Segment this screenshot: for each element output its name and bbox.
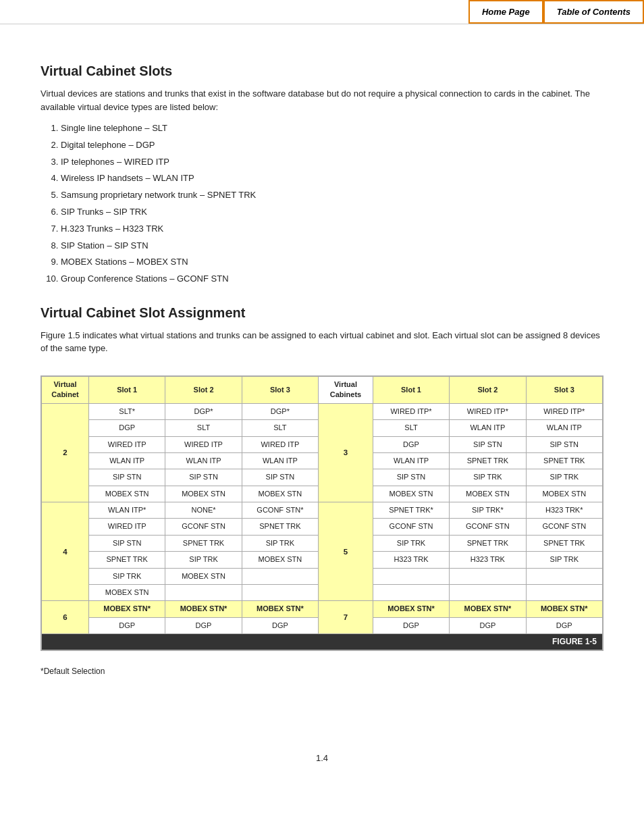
cell: WIRED ITP (165, 436, 242, 452)
cabinet-num-2: 2 (42, 403, 89, 502)
cell: GCONF STN (373, 519, 449, 535)
cell: WIRED ITP (242, 436, 318, 452)
section1-intro: Virtual devices are stations and trunks … (41, 87, 603, 113)
list-item: H.323 Trunks – H323 TRK (61, 222, 603, 236)
cell: SIP STN (450, 436, 526, 452)
cell: WLAN ITP (242, 452, 318, 469)
cell: SPNET TRK (89, 552, 165, 568)
section1-title: Virtual Cabinet Slots (41, 63, 603, 79)
table-row: 6 MOBEX STN* MOBEX STN* MOBEX STN* 7 MOB… (42, 601, 603, 617)
cell: SIP TRK (242, 535, 318, 551)
cell: SPNET TRK (526, 535, 602, 551)
figure-label: FIGURE 1-5 (42, 634, 603, 650)
footnote: *Default Selection (41, 665, 603, 677)
cell: DGP (373, 617, 449, 633)
cell: H323 TRK (373, 552, 449, 568)
cell: GCONF STN (450, 519, 526, 535)
cabinet-num-3: 3 (319, 403, 373, 502)
cell: SLT (373, 420, 449, 436)
cabinet-num-7: 7 (319, 601, 373, 634)
cell: MOBEX STN* (373, 601, 449, 617)
cell: WIRED ITP* (526, 403, 602, 419)
cell: SPNET TRK* (373, 502, 449, 519)
cell: H323 TRK (450, 552, 526, 568)
home-page-button[interactable]: Home Page (468, 0, 543, 24)
cell: MOBEX STN* (165, 601, 242, 617)
cell: GCONF STN* (242, 502, 318, 519)
cell: WLAN ITP (165, 452, 242, 469)
cabinet-num-4: 4 (42, 502, 89, 601)
cell: MOBEX STN* (242, 601, 318, 617)
page-header: Home Page Table of Contents (0, 0, 644, 24)
cell: SIP TRK (526, 552, 602, 568)
cell: WIRED ITP (89, 436, 165, 452)
list-item: IP telephones – WIRED ITP (61, 155, 603, 170)
cabinet-num-6: 6 (42, 601, 89, 634)
cell: MOBEX STN (242, 552, 318, 568)
cell: SIP STN (373, 469, 449, 486)
cell: DGP (165, 617, 242, 633)
cell: DGP (450, 617, 526, 633)
list-item: Wireless IP handsets – WLAN ITP (61, 172, 603, 186)
cell (526, 585, 602, 601)
list-item: Samsung proprietary network trunk – SPNE… (61, 188, 603, 203)
list-item: SIP Trunks – SIP TRK (61, 205, 603, 219)
cell: SIP TRK (373, 535, 449, 551)
cell: SIP TRK (89, 568, 165, 584)
cell: WLAN ITP* (89, 502, 165, 519)
cell: NONE* (165, 502, 242, 519)
cell: DGP (89, 617, 165, 633)
cell: DGP (89, 420, 165, 436)
cell: GCONF STN (526, 519, 602, 535)
cell: DGP* (242, 403, 318, 419)
cell: SIP STN (242, 469, 318, 486)
table-row: 4 WLAN ITP* NONE* GCONF STN* 5 SPNET TRK… (42, 502, 603, 519)
list-item: Single line telephone – SLT (61, 122, 603, 136)
cell (242, 585, 318, 601)
col-header-slot1-left: Slot 1 (89, 376, 165, 403)
cell: MOBEX STN (242, 486, 318, 502)
cell: MOBEX STN (165, 486, 242, 502)
cell: WIRED ITP* (450, 403, 526, 419)
cell (373, 585, 449, 601)
cell: WLAN ITP (373, 452, 449, 469)
cell: MOBEX STN* (526, 601, 602, 617)
cell: SIP STN (165, 469, 242, 486)
cell: SLT (242, 420, 318, 436)
cabinet-num-5: 5 (319, 502, 373, 601)
cell: DGP (242, 617, 318, 633)
cell: WLAN ITP (89, 452, 165, 469)
toc-button[interactable]: Table of Contents (543, 0, 644, 24)
col-header-slot2-left: Slot 2 (165, 376, 242, 403)
cell: SPNET TRK (165, 535, 242, 551)
cell (242, 568, 318, 584)
list-item: MOBEX Stations – MOBEX STN (61, 255, 603, 269)
list-item: SIP Station – SIP STN (61, 239, 603, 253)
list-item: Group Conference Stations – GCONF STN (61, 272, 603, 286)
cell: SPNET TRK (450, 452, 526, 469)
cell: SPNET TRK (242, 519, 318, 535)
cell: SIP STN (526, 436, 602, 452)
cell: SIP TRK (165, 552, 242, 568)
list-item: Digital telephone – DGP (61, 138, 603, 153)
table-row: 2 SLT* DGP* DGP* 3 WIRED ITP* WIRED ITP*… (42, 403, 603, 419)
cell: H323 TRK* (526, 502, 602, 519)
cell: MOBEX STN (165, 568, 242, 584)
cell: SPNET TRK (526, 452, 602, 469)
cell: MOBEX STN (89, 486, 165, 502)
cell: MOBEX STN* (89, 601, 165, 617)
col-header-slot2-right: Slot 2 (450, 376, 526, 403)
cell: SIP STN (89, 469, 165, 486)
cell: DGP (373, 436, 449, 452)
cell: SLT (165, 420, 242, 436)
section2-intro: Figure 1.5 indicates what virtual statio… (41, 329, 603, 355)
cell: DGP (526, 617, 602, 633)
cell: MOBEX STN (89, 585, 165, 601)
cell: MOBEX STN (450, 486, 526, 502)
slot-assignment-table: VirtualCabinet Slot 1 Slot 2 Slot 3 Virt… (41, 375, 603, 651)
cell: SIP TRK (450, 469, 526, 486)
cell: MOBEX STN* (450, 601, 526, 617)
cell: SIP STN (89, 535, 165, 551)
col-header-slot3-left: Slot 3 (242, 376, 318, 403)
cell: WIRED ITP* (373, 403, 449, 419)
